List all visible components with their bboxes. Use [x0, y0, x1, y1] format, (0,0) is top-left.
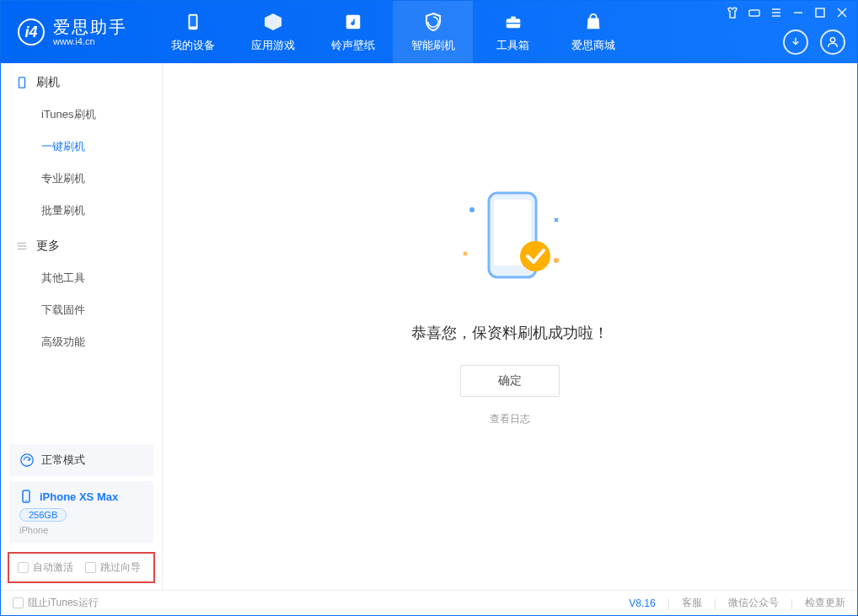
sidebar-item-other-tools[interactable]: 其他工具: [1, 262, 162, 294]
toolbox-icon: [502, 11, 524, 33]
bag-icon: [582, 11, 604, 33]
menu-icon[interactable]: [770, 6, 783, 19]
device-type: iPhone: [19, 525, 143, 535]
success-illustration: [447, 176, 573, 303]
device-storage: 256GB: [19, 508, 67, 522]
svg-point-15: [830, 38, 834, 42]
sidebar-item-onekey-flash[interactable]: 一键刷机: [1, 131, 162, 163]
nav-label: 爱思商城: [571, 38, 615, 53]
confirm-button[interactable]: 确定: [460, 365, 560, 397]
checkbox-auto-activate[interactable]: 自动激活: [18, 560, 73, 575]
checkbox-icon: [13, 597, 24, 608]
checkbox-skip-guide[interactable]: 跳过向导: [85, 560, 141, 575]
minimize-icon[interactable]: [791, 6, 805, 19]
app-subtitle: www.i4.cn: [53, 36, 127, 46]
nav-tab-toolbox[interactable]: 工具箱: [473, 1, 553, 63]
header-actions: [783, 29, 845, 55]
download-icon[interactable]: [783, 29, 808, 55]
app-header: i4 爱思助手 www.i4.cn 我的设备 应用游戏 铃声壁纸 智能刷机 工具…: [1, 1, 857, 63]
footer-link-support[interactable]: 客服: [682, 596, 702, 610]
svg-rect-5: [506, 23, 520, 24]
nav-tabs: 我的设备 应用游戏 铃声壁纸 智能刷机 工具箱 爱思商城: [153, 1, 633, 63]
device-info[interactable]: iPhone XS Max 256GB iPhone: [9, 481, 153, 544]
sidebar-item-advanced[interactable]: 高级功能: [1, 326, 162, 358]
nav-label: 工具箱: [496, 38, 529, 53]
sidebar: 刷机 iTunes刷机 一键刷机 专业刷机 批量刷机 更多 其他工具 下载固件 …: [1, 63, 163, 590]
bottom-checks-highlight: 自动激活 跳过向导: [8, 552, 155, 583]
list-icon: [16, 240, 28, 252]
main-content: 恭喜您，保资料刷机成功啦！ 确定 查看日志: [163, 63, 857, 590]
svg-point-22: [25, 500, 27, 501]
tshirt-icon[interactable]: [726, 6, 739, 19]
nav-label: 铃声壁纸: [331, 38, 375, 53]
device-name-label: iPhone XS Max: [40, 490, 118, 503]
maximize-icon[interactable]: [813, 6, 827, 19]
footer-link-wechat[interactable]: 微信公众号: [728, 596, 779, 610]
device-icon: [16, 77, 28, 88]
window-controls: [726, 6, 849, 19]
footer: 阻止iTunes运行 V8.16 | 客服 | 微信公众号 | 检查更新: [1, 590, 857, 615]
nav-tab-apps[interactable]: 应用游戏: [233, 1, 313, 63]
music-icon: [342, 11, 364, 33]
svg-rect-6: [749, 10, 759, 16]
phone-small-icon: [19, 490, 33, 503]
logo-area: i4 爱思助手 www.i4.cn: [1, 18, 144, 46]
nav-label: 我的设备: [171, 38, 215, 53]
logo-icon: i4: [18, 19, 45, 46]
nav-tab-media[interactable]: 铃声壁纸: [313, 1, 393, 63]
svg-point-24: [554, 258, 559, 263]
svg-rect-12: [816, 8, 824, 17]
view-log-link[interactable]: 查看日志: [490, 412, 530, 426]
checkbox-icon: [18, 562, 29, 573]
nav-tab-store[interactable]: 爱思商城: [553, 1, 633, 63]
cube-icon: [262, 11, 284, 33]
nav-tab-flash[interactable]: 智能刷机: [393, 1, 473, 63]
sidebar-item-pro-flash[interactable]: 专业刷机: [1, 163, 162, 195]
status-label: 正常模式: [41, 453, 85, 468]
close-icon[interactable]: [835, 6, 849, 19]
sidebar-item-download-fw[interactable]: 下载固件: [1, 294, 162, 326]
check-label: 阻止iTunes运行: [28, 596, 99, 610]
sidebar-item-itunes-flash[interactable]: iTunes刷机: [1, 99, 162, 131]
status-normal-mode[interactable]: 正常模式: [9, 444, 153, 476]
footer-link-update[interactable]: 检查更新: [805, 596, 845, 610]
refresh-icon: [19, 453, 35, 468]
nav-tab-device[interactable]: 我的设备: [153, 1, 233, 63]
svg-rect-16: [19, 78, 25, 88]
sidebar-group-more: 更多: [1, 227, 162, 262]
check-label: 跳过向导: [100, 560, 141, 575]
keyboard-icon[interactable]: [748, 6, 761, 19]
app-title: 爱思助手: [53, 18, 127, 36]
svg-point-20: [21, 454, 33, 466]
checkbox-icon: [85, 562, 96, 573]
nav-label: 应用游戏: [251, 38, 295, 53]
group-title: 刷机: [36, 75, 60, 90]
group-title: 更多: [36, 238, 60, 254]
shield-icon: [422, 11, 444, 33]
user-icon[interactable]: [820, 29, 845, 55]
check-label: 自动激活: [33, 560, 73, 575]
svg-point-27: [520, 241, 550, 271]
version-label: V8.16: [629, 597, 655, 609]
sidebar-group-flash: 刷机: [1, 63, 162, 99]
success-title: 恭喜您，保资料刷机成功啦！: [411, 323, 609, 343]
checkbox-block-itunes[interactable]: 阻止iTunes运行: [13, 596, 99, 610]
phone-icon: [182, 11, 204, 33]
nav-label: 智能刷机: [411, 38, 455, 53]
svg-point-23: [469, 207, 475, 212]
svg-rect-4: [511, 17, 516, 19]
sidebar-item-batch-flash[interactable]: 批量刷机: [1, 195, 162, 227]
svg-rect-1: [190, 16, 196, 27]
